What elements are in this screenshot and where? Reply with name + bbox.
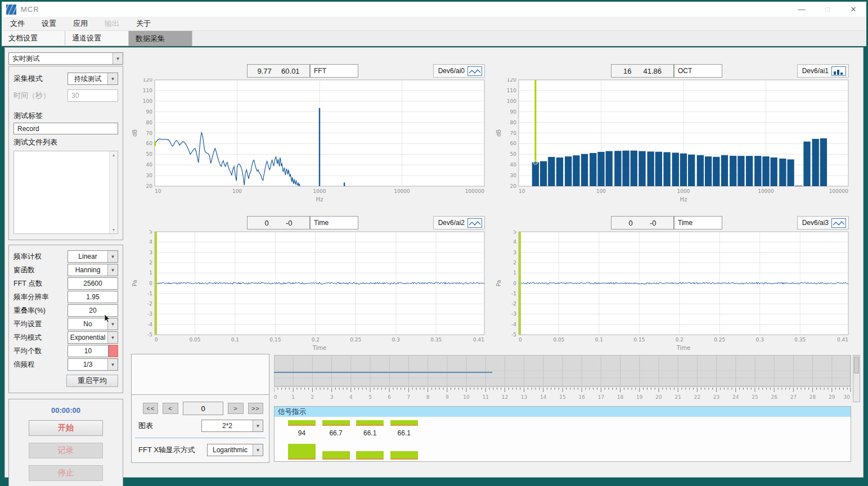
svg-text:3: 3	[513, 250, 516, 255]
avg-mode-select[interactable]: Exponential▼	[68, 331, 118, 344]
oct-type-field[interactable]: OCT	[674, 64, 722, 78]
svg-text:10000: 10000	[758, 188, 774, 194]
octave-fraction-label: 倍频程	[14, 360, 68, 370]
tab-strip: 文档设置 通道设置 数据采集	[2, 31, 866, 46]
chevron-down-icon: ▼	[107, 264, 118, 276]
freq-weighting-label: 频率计权	[14, 252, 68, 262]
chart-layout-select[interactable]: 2*2 ▼	[201, 420, 263, 432]
svg-text:14: 14	[540, 394, 547, 400]
tab-document-settings[interactable]: 文档设置	[2, 31, 65, 46]
list-scrollbar[interactable]: ▲ ▼	[109, 151, 118, 233]
menu-file[interactable]: 文件	[2, 17, 33, 30]
svg-text:9: 9	[446, 394, 449, 400]
svg-text:-2: -2	[511, 301, 516, 307]
scroll-up-icon[interactable]: ▲	[110, 153, 118, 157]
menu-settings[interactable]: 设置	[33, 17, 65, 30]
time-chart-panel-1: 0-0 Time Dev6/ai2 -5-4-3-2-101234500.050…	[130, 203, 494, 352]
svg-text:0: 0	[274, 394, 277, 400]
overlap-percent-input[interactable]: 20	[68, 304, 118, 317]
scroll-down-icon[interactable]: ▼	[110, 228, 118, 232]
signal-level-value: 66.7	[322, 429, 350, 437]
freq-weighting-select[interactable]: Linear▼	[68, 250, 118, 263]
fft-chart-panel: 9.7760.01 FFT Dev6/ai0 20304050607080901…	[130, 51, 494, 203]
freq-resolution-input[interactable]: 1.95	[68, 291, 118, 303]
svg-text:-4: -4	[511, 322, 516, 327]
time1-type-field[interactable]: Time	[310, 216, 358, 230]
fft-points-label: FFT 点数	[14, 279, 68, 289]
avg-setting-select[interactable]: No▼	[68, 318, 118, 330]
svg-text:100: 100	[596, 188, 606, 194]
svg-text:5: 5	[513, 230, 516, 235]
signal-level-bar	[356, 420, 384, 426]
svg-text:80: 80	[510, 120, 517, 125]
avg-count-status-flag	[109, 345, 118, 357]
fft-plot[interactable]: 2030405060708090100110120101001000100001…	[130, 78, 490, 203]
file-list-label: 测试文件列表	[14, 137, 118, 147]
avg-count-input[interactable]: 10	[68, 345, 109, 357]
restart-average-button[interactable]: 重启平均	[66, 375, 118, 387]
start-button[interactable]: 开始	[29, 420, 103, 436]
tab-channel-settings[interactable]: 通道设置	[65, 31, 129, 46]
minimize-button[interactable]: —	[789, 2, 815, 17]
fft-xaxis-mode-select[interactable]: Logarithmic ▼	[207, 444, 263, 456]
signal-level-bar	[322, 420, 350, 426]
octave-fraction-select[interactable]: 1/3▼	[68, 358, 118, 371]
oct-plot[interactable]: 2030405060708090100110120101001000100001…	[494, 78, 854, 203]
time-seconds-input[interactable]: 30	[68, 89, 118, 102]
svg-text:1: 1	[149, 270, 152, 276]
scrollbar-thumb[interactable]	[854, 357, 859, 374]
timeline-overview[interactable]: 0123456789101112131415161718192021222324…	[274, 355, 851, 402]
time1-plot[interactable]: -5-4-3-2-101234500.050.10.150.20.250.30.…	[130, 230, 490, 352]
menu-output[interactable]: 输出	[96, 17, 128, 30]
nav-counter[interactable]: 0	[183, 402, 224, 415]
acq-mode-select[interactable]: 持续测试 ▼	[68, 73, 118, 85]
setting-row-avg-setting: 平均设置No▼	[14, 317, 118, 331]
svg-text:5: 5	[368, 394, 372, 400]
signal-level-bar	[390, 420, 418, 426]
time1-channel-selector[interactable]: Dev6/ai2	[433, 216, 485, 230]
svg-text:Hz: Hz	[316, 196, 323, 202]
timeline-scrollbar[interactable]	[853, 355, 860, 402]
svg-text:110: 110	[507, 88, 516, 93]
fft-channel-selector[interactable]: Dev6/ai0	[433, 64, 485, 78]
close-button[interactable]: ✕	[840, 2, 866, 17]
svg-text:8: 8	[426, 394, 430, 400]
test-mode-select[interactable]: 实时测试 ▼	[8, 52, 123, 65]
avg-mode-label: 平均模式	[14, 333, 68, 343]
maximize-button[interactable]: □	[815, 2, 840, 17]
chart-layout-label: 图表	[138, 421, 201, 431]
oct-chart-panel: 1641.86 OCT Dev6/ai1 2030405060708090100…	[494, 51, 858, 203]
svg-text:29: 29	[829, 394, 835, 400]
menu-about[interactable]: 关于	[128, 17, 159, 30]
time2-type-field[interactable]: Time	[674, 216, 722, 230]
fft-xaxis-mode-label: FFT X轴显示方式	[138, 445, 207, 455]
test-tag-input[interactable]: Record	[14, 123, 118, 134]
svg-text:-3: -3	[511, 311, 516, 317]
fft-type-field[interactable]: FFT	[310, 64, 358, 78]
fft-points-input[interactable]: 25600	[68, 277, 118, 290]
stop-button[interactable]: 停止	[29, 465, 103, 481]
divider	[135, 438, 266, 438]
svg-text:120: 120	[143, 78, 152, 83]
tab-data-acquisition[interactable]: 数据采集	[129, 31, 192, 46]
nav-first-button[interactable]: <<	[143, 403, 158, 414]
menu-application[interactable]: 应用	[65, 17, 96, 30]
svg-text:40: 40	[146, 162, 153, 168]
time2-plot[interactable]: -5-4-3-2-101234500.050.10.150.20.250.30.…	[494, 230, 854, 352]
svg-text:0.05: 0.05	[553, 337, 564, 343]
svg-text:0.1: 0.1	[595, 337, 603, 343]
svg-text:30: 30	[510, 173, 517, 178]
test-file-list[interactable]: ▲ ▼	[14, 151, 118, 234]
record-button[interactable]: 记录	[29, 443, 103, 458]
window-function-select[interactable]: Hanning▼	[68, 264, 118, 276]
nav-prev-button[interactable]: <	[163, 403, 178, 414]
time2-channel-selector[interactable]: Dev6/ai3	[797, 216, 849, 230]
signal-level-value: 66.1	[390, 429, 418, 437]
nav-last-button[interactable]: >>	[248, 403, 263, 414]
oct-channel-selector[interactable]: Dev6/ai1	[797, 64, 849, 78]
signal-meter-bar	[322, 451, 350, 460]
nav-next-button[interactable]: >	[228, 403, 243, 414]
svg-text:2: 2	[513, 260, 516, 266]
svg-text:5: 5	[149, 230, 152, 235]
svg-text:19: 19	[636, 394, 643, 400]
